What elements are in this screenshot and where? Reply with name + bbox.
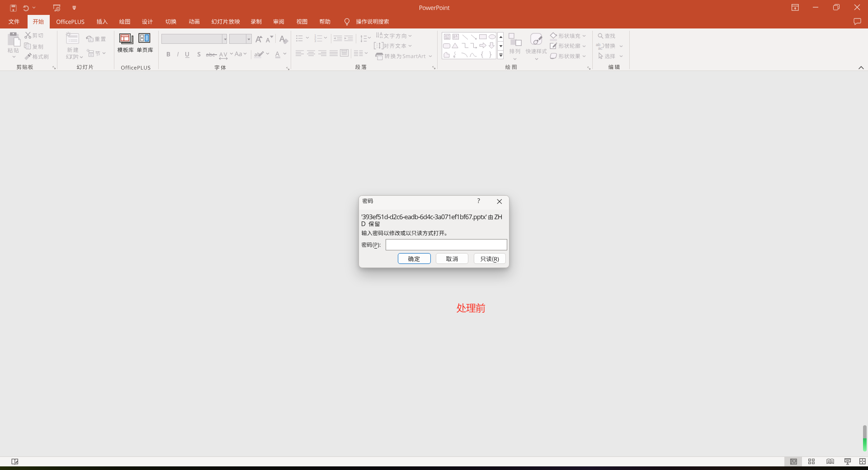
svg-text:3: 3	[314, 39, 316, 42]
svg-text:ac: ac	[598, 46, 603, 51]
